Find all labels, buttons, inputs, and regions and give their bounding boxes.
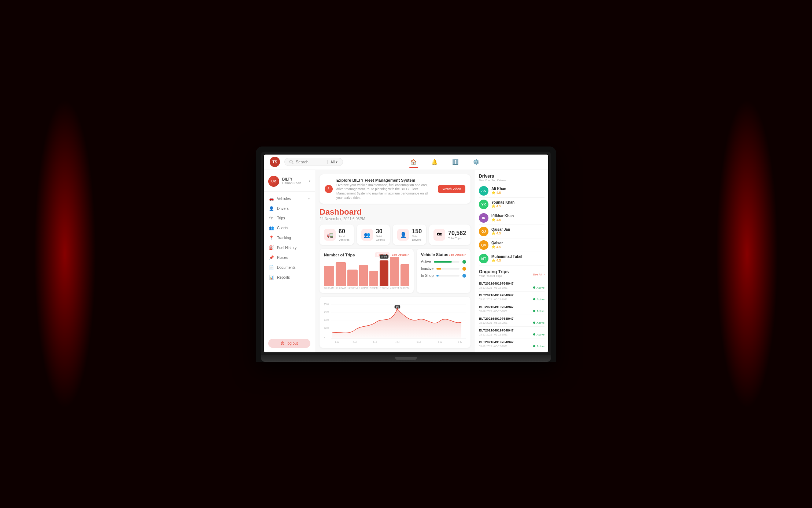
- bar-7: [401, 264, 409, 286]
- status-item-inactive: Inactive: [421, 267, 466, 271]
- trip-status-5: Active: [533, 345, 545, 348]
- sidebar-item-places[interactable]: 📌 Places: [264, 253, 315, 263]
- stat-info-drivers: 150 Total Drivers: [412, 228, 422, 241]
- bar-item-2: 12:00PM: [347, 270, 358, 289]
- trip-id-3: BLT202164919764I947: [479, 317, 545, 320]
- driver-rating-muhammad-tufail: ⭐ 4.5: [491, 259, 545, 262]
- trip-id-1: BLT202164919764I947: [479, 293, 545, 297]
- svg-text:$500: $500: [324, 303, 329, 305]
- trip-row-4: 03-12-2021 - 05-12-2021 Active: [479, 333, 545, 336]
- svg-text:$300: $300: [324, 319, 329, 321]
- driver-name-qaisar: Qaisar: [491, 241, 545, 245]
- status-list: Active Inactive In Shop: [421, 260, 466, 278]
- trip-item-0[interactable]: BLT202164919764I947 03-12-2021 - 05-12-2…: [479, 280, 545, 292]
- info-nav-btn[interactable]: ℹ️: [452, 159, 458, 165]
- settings-nav-btn[interactable]: ⚙️: [473, 159, 479, 165]
- stat-info-vehicles: 60 Total Vehicles: [339, 228, 350, 241]
- logout-button[interactable]: ⏻ log out: [268, 339, 310, 348]
- sidebar-item-fuel-history[interactable]: ⛽ Fuel History: [264, 243, 315, 253]
- driver-info-ali-khan: Ali Khan ⭐ 4.5: [491, 187, 545, 194]
- status-label-in shop: In Shop: [421, 274, 433, 278]
- watch-video-button[interactable]: Watch Video: [438, 185, 465, 193]
- drivers-list: AK Ali Khan ⭐ 4.5 YK Younas Khan ⭐ 4.5 I…: [479, 184, 545, 266]
- vehicle-status-see-details[interactable]: See Details >: [449, 253, 466, 256]
- trips-see-details[interactable]: See Details >: [392, 253, 409, 256]
- bar-1: [336, 262, 346, 286]
- user-profile[interactable]: UK BILTY Usman Khan ▾: [264, 173, 315, 192]
- ongoing-trips-see-all[interactable]: See All >: [533, 273, 545, 276]
- bar-item-5: $4983:00PM: [380, 260, 388, 289]
- promo-title: Explore BILTY Fleet Management System: [336, 178, 434, 182]
- bar-0: [324, 266, 334, 286]
- dashboard-header: Dashboard 24 November, 2021 6:06PM: [320, 207, 470, 221]
- status-dot-in shop: [462, 274, 466, 278]
- trip-dates-0: 03-12-2021 - 05-12-2021: [479, 286, 508, 289]
- drivers-section: Drivers See Your Top Drivers AK Ali Khan…: [479, 174, 545, 266]
- trip-active-dot-5: [533, 345, 535, 347]
- bell-nav-btn[interactable]: 🔔: [431, 159, 438, 165]
- svg-text:$200: $200: [324, 327, 329, 329]
- charts-row: Number of Trips Today ▾ See Details > 10…: [320, 249, 470, 293]
- trip-status-0: Active: [533, 286, 545, 289]
- driver-item-iftikhar-khan[interactable]: IK Iftikhar Khan ⭐ 4.5: [479, 211, 545, 225]
- trip-active-dot-1: [533, 298, 535, 300]
- driver-item-qaisar[interactable]: QA Qaisar ⭐ 4.5: [479, 238, 545, 252]
- search-bar[interactable]: All ▾: [284, 158, 343, 166]
- promo-description: Oversee your vehicle maintenance, fuel c…: [336, 183, 434, 200]
- sidebar-item-drivers[interactable]: 👤 Drivers: [264, 204, 315, 214]
- driver-info-younas-khan: Younas Khan ⭐ 4.5: [491, 200, 545, 208]
- sidebar-item-vehicles[interactable]: 🚗 Vehicles ▾: [264, 194, 315, 204]
- trip-dates-3: 03-12-2021 - 05-12-2021: [479, 322, 508, 324]
- trip-id-4: BLT202164919764I947: [479, 329, 545, 332]
- filter-dropdown[interactable]: All ▾: [327, 160, 337, 164]
- home-nav-btn[interactable]: 🏠: [410, 159, 417, 165]
- trip-row-2: 03-12-2021 - 05-12-2021 Active: [479, 309, 545, 313]
- trip-item-5[interactable]: BLT202164919764I947 03-12-2021 - 05-12-2…: [479, 338, 545, 350]
- stat-label-drivers: Total Drivers: [412, 235, 422, 241]
- driver-avatar-muhammad-tufail: MT: [479, 254, 488, 263]
- trip-item-1[interactable]: BLT202164919764I947 03-12-2021 - 05-12-2…: [479, 292, 545, 303]
- search-input[interactable]: [296, 160, 325, 164]
- trip-item-4[interactable]: BLT202164919764I947 03-12-2021 - 05-12-2…: [479, 327, 545, 338]
- user-name: BILTY: [282, 177, 306, 181]
- bar-tooltip: $498: [380, 255, 389, 259]
- bar-chart: 10:00AM11:00AM12:00PM1:00PM2:00PM$4983:0…: [324, 260, 409, 289]
- drivers-label: Drivers: [277, 207, 310, 211]
- user-info: BILTY Usman Khan: [282, 177, 306, 185]
- bar-label-6: 4:00PM: [390, 287, 399, 289]
- stat-info-clients: 30 Total Clients: [376, 228, 386, 241]
- right-panel: Drivers See Your Top Drivers AK Ali Khan…: [475, 170, 548, 352]
- driver-item-muhammad-tufail[interactable]: MT Muhammad Tufail ⭐ 4.5: [479, 252, 545, 266]
- sidebar-item-clients[interactable]: 👥 Clients: [264, 223, 315, 233]
- top-navigation: TS All ▾: [264, 155, 548, 170]
- sidebar-item-tracking[interactable]: 📍 Tracking: [264, 233, 315, 243]
- sidebar-item-documents[interactable]: 📄 Documents: [264, 263, 315, 272]
- stat-card-vehicles: 🚛 60 Total Vehicles: [320, 225, 354, 245]
- sidebar-item-reports[interactable]: 📊 Reports: [264, 272, 315, 282]
- driver-avatar-qaisar: QA: [479, 240, 488, 250]
- bar-5: $498: [380, 260, 388, 286]
- stats-row: 🚛 60 Total Vehicles 👥 30 Total Clients 👤…: [320, 225, 470, 245]
- driver-item-qaisar-jan[interactable]: QJ Qaisar Jan ⭐ 4.5: [479, 225, 545, 238]
- ongoing-trips-title: Ongoing Trips: [479, 269, 509, 274]
- status-dot-active: [462, 260, 466, 264]
- user-dropdown-arrow[interactable]: ▾: [309, 179, 310, 183]
- driver-item-ali-khan[interactable]: AK Ali Khan ⭐ 4.5: [479, 184, 545, 198]
- bar-4: [369, 271, 378, 286]
- bar-6: [390, 257, 399, 286]
- clients-icon: 👥: [269, 226, 274, 230]
- status-item-active: Active: [421, 260, 466, 264]
- svg-line-1: [292, 163, 293, 164]
- trip-item-2[interactable]: BLT202164919764I947 03-12-2021 - 05-12-2…: [479, 303, 545, 315]
- trip-row-5: 03-12-2021 - 05-12-2021 Active: [479, 345, 545, 348]
- main-content: ! Explore BILTY Fleet Management System …: [315, 170, 475, 352]
- driver-avatar-qaisar-jan: QJ: [479, 227, 488, 236]
- sidebar-item-trips[interactable]: 🗺 Trips: [264, 214, 315, 223]
- driver-item-younas-khan[interactable]: YK Younas Khan ⭐ 4.5: [479, 198, 545, 211]
- driver-name-muhammad-tufail: Muhammad Tufail: [491, 255, 545, 259]
- driver-rating-iftikhar-khan: ⭐ 4.5: [491, 218, 545, 222]
- bar-label-0: 10:00AM: [324, 287, 334, 289]
- trip-item-3[interactable]: BLT202164919764I947 03-12-2021 - 05-12-2…: [479, 315, 545, 327]
- svg-text:5 Jul: 5 Jul: [417, 341, 421, 343]
- area-chart-svg: $500 $400 $300 $200 0: [324, 301, 466, 343]
